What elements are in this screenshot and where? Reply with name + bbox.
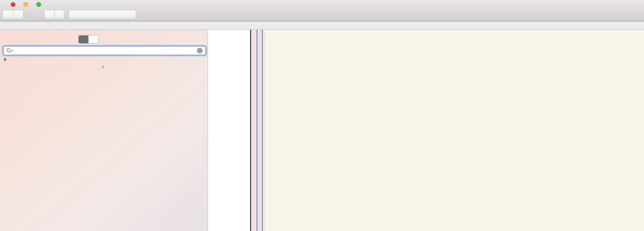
- pane-divider: [262, 30, 262, 231]
- sidebar-tabs: [78, 35, 99, 44]
- undo-redo-group: [44, 10, 64, 19]
- redo-icon[interactable]: [55, 10, 64, 19]
- search-icon: [6, 48, 14, 53]
- annotation-gutter: [251, 30, 257, 231]
- symbols-sidebar: [0, 30, 208, 231]
- bookmark-gutter: [257, 30, 262, 231]
- section-resize-handle[interactable]: [102, 66, 104, 68]
- zoom-button[interactable]: [36, 2, 41, 7]
- history-nav-group: [2, 10, 24, 19]
- minimize-button[interactable]: [23, 2, 28, 7]
- clear-search-icon[interactable]: [197, 48, 203, 53]
- close-button[interactable]: [11, 2, 15, 7]
- back-button[interactable]: [3, 10, 13, 19]
- view-mode-segments: [68, 10, 136, 19]
- disassembly-pane[interactable]: [265, 30, 644, 231]
- secondary-pane: [208, 30, 250, 231]
- search-input[interactable]: [16, 48, 197, 54]
- hopper-window: [0, 0, 644, 231]
- tab-labels[interactable]: [79, 36, 88, 43]
- tab-strings[interactable]: [88, 36, 98, 43]
- tag-scope-disclosure[interactable]: [4, 58, 9, 62]
- disclosure-triangle-icon: [4, 58, 7, 62]
- label-search-field[interactable]: [3, 46, 206, 55]
- forward-button[interactable]: [13, 10, 24, 19]
- window-header: [0, 0, 644, 21]
- navigation-minimap[interactable]: [0, 21, 644, 30]
- undo-icon[interactable]: [44, 10, 55, 19]
